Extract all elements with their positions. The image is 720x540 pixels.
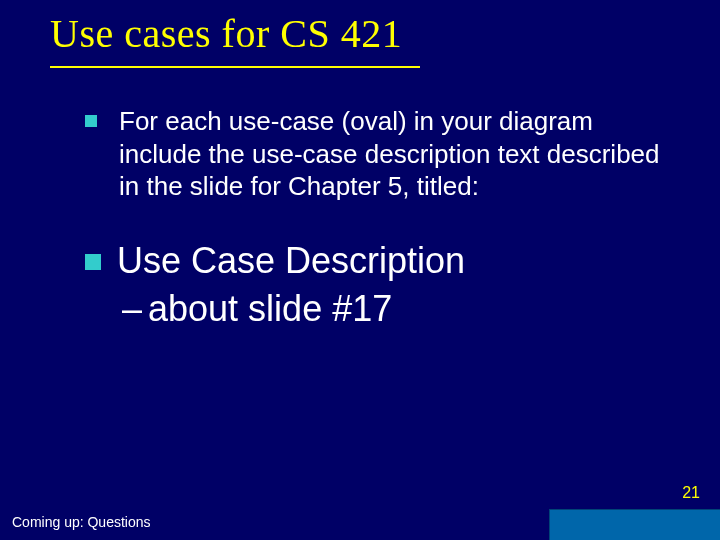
bullet-item-1: For each use-case (oval) in your diagram… — [85, 105, 660, 203]
page-number: 21 — [682, 484, 700, 502]
dash-icon: – — [122, 288, 142, 329]
sub-bullet-text: about slide #17 — [148, 288, 392, 329]
title-underline — [50, 66, 420, 68]
bullet-2-text: Use Case Description — [117, 240, 465, 282]
slide-title: Use cases for CS 421 — [50, 10, 402, 57]
bullet-item-2: Use Case Description — [85, 240, 660, 282]
footer-box — [549, 509, 720, 540]
bullet-1-text: For each use-case (oval) in your diagram… — [119, 105, 660, 203]
square-bullet-icon — [85, 115, 97, 127]
square-bullet-icon — [85, 254, 101, 270]
coming-up-text: Coming up: Questions — [12, 514, 151, 530]
slide: Use cases for CS 421 For each use-case (… — [0, 0, 720, 540]
sub-bullet: –about slide #17 — [122, 288, 392, 330]
